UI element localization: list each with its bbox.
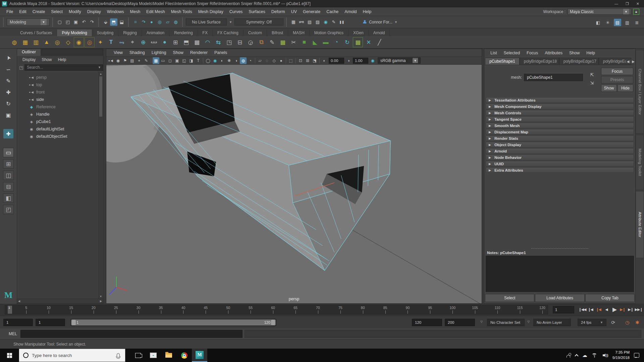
pane-pop-icon[interactable]: ⬔ [311, 57, 318, 64]
menu-edit-mesh[interactable]: Edit Mesh [143, 9, 168, 14]
section-tangent-space[interactable]: ▶Tangent Space [486, 116, 634, 122]
move-tool-icon[interactable]: ✚ [3, 87, 13, 97]
outliner-menu-help[interactable]: Help [55, 57, 69, 62]
multi-cut-icon[interactable]: ✂ [288, 37, 299, 47]
layout-single-pane-icon[interactable]: ▭ [3, 148, 14, 157]
load-attributes-button[interactable]: Load Attributes [535, 294, 584, 302]
svg-tool-icon[interactable]: svg [117, 37, 127, 47]
shaded-sphere-icon[interactable]: ● [160, 37, 170, 47]
live-surface-field[interactable]: No Live Surface [186, 18, 227, 25]
safe-title-icon[interactable]: T [195, 57, 202, 64]
poly-torus-icon[interactable]: ◎ [52, 37, 62, 47]
shelf-tab-mash[interactable]: MASH [288, 29, 310, 36]
section-grip[interactable] [98, 18, 100, 26]
shelf-tab-sculpting[interactable]: Sculpting [92, 29, 118, 36]
ae-menu-selected[interactable]: Selected [500, 51, 523, 55]
task-manager-button[interactable]: ⌁ [146, 349, 161, 362]
select-tool-icon[interactable]: ➤ [2, 51, 15, 64]
show-button[interactable]: Show [601, 84, 617, 92]
play-backwards-button[interactable]: ◀ [602, 305, 610, 313]
shelf-tab-rigging[interactable]: Rigging [118, 29, 142, 36]
layout-hypershade-icon[interactable]: ◰ [3, 205, 14, 214]
section-arnold[interactable]: ▶Arnold [486, 148, 634, 154]
expand-arrow-icon[interactable]: ▶ [489, 130, 491, 134]
symmetry-field[interactable]: Symmetry: Off [234, 18, 283, 25]
ae-menu-focus[interactable]: Focus [523, 51, 541, 55]
shelf-tab-curves-surfaces[interactable]: Curves / Surfaces [15, 29, 57, 36]
range-start-handle[interactable] [72, 320, 76, 325]
taskbar-clock[interactable]: 7:35 PM 9/19/2018 [612, 350, 630, 360]
cylinder-project-icon[interactable]: ⬒ [181, 37, 191, 47]
ae-menu-attributes[interactable]: Attributes [541, 51, 566, 55]
chevron-down-icon[interactable]: ▽ [527, 320, 530, 323]
render-view-icon[interactable]: ◉ [322, 18, 329, 26]
layer-editor-toggle-icon[interactable]: ≣ [633, 19, 641, 26]
poly-extrude-icon[interactable]: ◳ [224, 37, 234, 47]
section-grip[interactable] [52, 18, 54, 26]
expand-arrow-icon[interactable]: ▶ [489, 111, 491, 115]
step-back-frame-button[interactable]: ❙◀ [586, 305, 594, 313]
sphere-wrap-icon[interactable]: ◶ [246, 37, 256, 47]
menu-mesh-display[interactable]: Mesh Display [195, 9, 226, 14]
section-grip[interactable] [2, 18, 5, 26]
chrome-button[interactable] [176, 349, 192, 362]
pause-icon[interactable]: ❚❚ [338, 18, 345, 26]
section-tessellation-attributes[interactable]: ▶Tessellation Attributes [486, 97, 634, 103]
section-node-behavior[interactable]: ▶Node Behavior [486, 155, 634, 160]
shelf-tab-rendering[interactable]: Rendering [169, 29, 198, 36]
outliner-item-side[interactable]: ▪◄side [17, 96, 103, 103]
menu-set-select[interactable]: Modeling ▼ [7, 18, 50, 26]
camera-attributes-icon[interactable]: ◉ [115, 57, 121, 64]
poly-cone-icon[interactable]: ▲ [42, 37, 52, 47]
outliner-item-top[interactable]: ▪◄top [17, 81, 103, 88]
step-forward-key-button[interactable]: ▶❙ [619, 305, 627, 313]
outliner-item-Reference[interactable]: ◆Reference [17, 103, 103, 111]
safe-action-icon[interactable]: ◨ [188, 57, 195, 64]
step-forward-frame-button[interactable]: ▶❙ [627, 305, 635, 313]
exposure-icon[interactable]: ◐ [321, 57, 328, 64]
viewport-menu-panels[interactable]: Panels [211, 50, 230, 55]
combine-icon[interactable]: ⊞ [170, 37, 180, 47]
attribute-editor-toggle-icon[interactable]: ▥ [624, 19, 631, 26]
gate-mask-icon[interactable]: ▣ [174, 57, 180, 64]
expand-arrow-icon[interactable]: ▶ [489, 105, 491, 108]
copy-tab-button[interactable]: Copy Tab [585, 294, 635, 302]
exposure-field[interactable]: 0.00 [329, 58, 344, 64]
shelf-tab-custom[interactable]: Custom [244, 29, 267, 36]
snap-projected-center-icon[interactable]: ◎ [156, 18, 163, 26]
select-component-icon[interactable]: ⬓ [118, 18, 125, 26]
curve-torus-icon[interactable]: ◎ [85, 37, 95, 47]
swap-arrows-icon[interactable]: ⇆ [213, 37, 223, 47]
wifi-icon[interactable] [592, 353, 597, 357]
menu-uv[interactable]: UV [288, 9, 300, 14]
paint-effects-icon[interactable]: ✎ [330, 18, 337, 26]
poly-plane-icon[interactable]: ◇ [63, 37, 73, 47]
outliner-item-Handle[interactable]: ◈Handle [17, 111, 103, 118]
snapshot-icon[interactable]: ⊞ [304, 57, 311, 64]
taskbar-search[interactable] [19, 349, 125, 362]
reduce-icon[interactable]: ⊟ [235, 37, 245, 47]
motion-blur-icon[interactable]: ◔ [247, 57, 254, 64]
chevron-down-icon[interactable]: ▼ [228, 20, 233, 24]
shelf-tab-motion-graphics[interactable]: Motion Graphics [310, 29, 348, 36]
field-chart-icon[interactable]: ◱ [181, 57, 187, 64]
shelf-tab-poly-modeling[interactable]: Poly Modeling [57, 29, 92, 36]
teal-surface-icon[interactable]: ◔ [331, 37, 341, 47]
select-object-icon[interactable]: ⬒ [110, 18, 117, 26]
shaded-icon[interactable]: ◉ [212, 57, 218, 64]
green-step-icon[interactable]: ◣ [310, 37, 320, 47]
workspace-select[interactable]: Maya Classic ▼ [568, 8, 631, 15]
microphone-icon[interactable] [117, 353, 120, 358]
viewport-menu-show[interactable]: Show [170, 50, 187, 55]
grease-pencil-icon[interactable]: ✎ [143, 57, 150, 64]
expand-arrow-icon[interactable]: ▶ [489, 143, 491, 146]
outliner-item-defaultObjectSet[interactable]: ◉defaultObjectSet [17, 133, 103, 140]
show-output-connections-icon[interactable]: ⇲ [588, 80, 596, 86]
menu-edit[interactable]: Edit [16, 9, 30, 14]
2d-pan-zoom-icon[interactable]: ⌖ [136, 57, 143, 64]
menu-generate[interactable]: Generate [300, 9, 323, 14]
outliner-tab[interactable]: Outliner [17, 49, 41, 56]
snap-curve-icon[interactable]: ↷ [140, 18, 147, 26]
render-frame-icon[interactable]: ▦ [290, 18, 297, 26]
lattice-select-icon[interactable]: ▩ [353, 37, 363, 47]
